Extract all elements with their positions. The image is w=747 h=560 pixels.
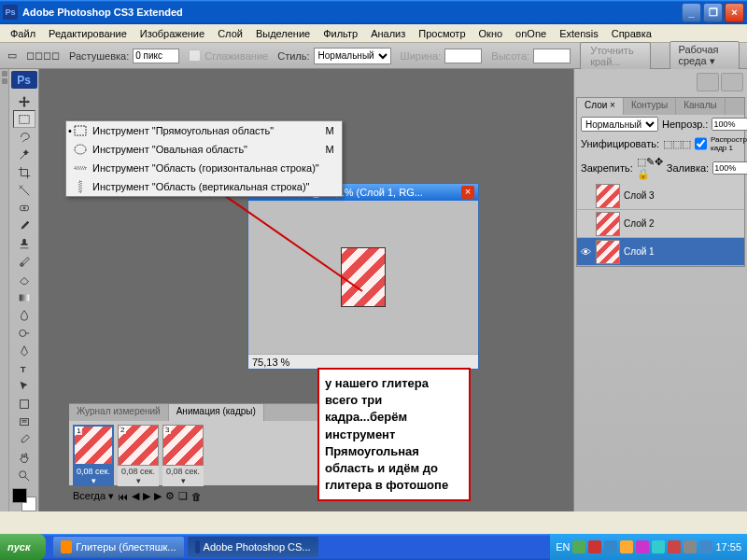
document-canvas[interactable] [248, 201, 478, 354]
menu-window[interactable]: Окно [473, 26, 509, 41]
blur-tool[interactable] [13, 306, 35, 324]
marquee-tool[interactable] [13, 110, 35, 128]
stamp-tool[interactable] [13, 235, 35, 253]
tween-button[interactable]: ⚙ [165, 490, 175, 502]
next-frame-button[interactable]: ▶ [154, 490, 162, 502]
first-frame-button[interactable]: ⏮ [118, 491, 128, 502]
menu-extensis[interactable]: Extensis [554, 26, 604, 41]
workspace-button[interactable]: Рабочая среда ▾ [669, 41, 740, 70]
frame-1[interactable]: 1 0,08 сек. ▾ [73, 425, 114, 486]
lasso-tool[interactable] [13, 128, 35, 146]
layer-name[interactable]: Слой 1 [624, 246, 655, 257]
move-tool[interactable] [13, 92, 35, 110]
loop-select[interactable]: Всегда ▾ [73, 490, 114, 502]
tray-icon[interactable] [604, 540, 617, 553]
history-brush-tool[interactable] [13, 253, 35, 271]
crop-tool[interactable] [13, 163, 35, 181]
path-select-tool[interactable] [13, 378, 35, 396]
tray-icon[interactable] [620, 540, 633, 553]
selection-mode-icons[interactable]: ◻◻◻◻ [26, 49, 60, 62]
tab-animation[interactable]: Анимация (кадры) [169, 404, 264, 421]
opacity-input[interactable] [712, 118, 747, 131]
tray-icon[interactable] [684, 540, 697, 553]
heal-tool[interactable] [13, 200, 35, 217]
tab-layers[interactable]: Слои × [577, 98, 624, 115]
clock[interactable]: 17:55 [715, 541, 741, 553]
tray-icon[interactable] [652, 540, 665, 553]
shape-tool[interactable] [13, 396, 35, 413]
eraser-tool[interactable] [13, 271, 35, 288]
new-frame-button[interactable]: ❏ [178, 490, 188, 502]
menu-image[interactable]: Изображение [134, 26, 210, 41]
propagate-checkbox[interactable] [695, 137, 707, 150]
tab-measurements[interactable]: Журнал измерений [69, 404, 169, 421]
flyout-ellipse-marquee[interactable]: Инструмент "Овальная область" M [66, 140, 342, 159]
eyedropper-tool[interactable] [13, 431, 35, 449]
brush-tool[interactable] [13, 217, 35, 235]
layer-row-2[interactable]: Слой 2 [577, 210, 744, 238]
delete-frame-button[interactable]: 🗑 [191, 491, 202, 502]
menu-view[interactable]: Просмотр [413, 26, 471, 41]
visibility-toggle[interactable]: 👁 [579, 246, 592, 258]
wand-tool[interactable] [13, 146, 35, 163]
flyout-col-marquee[interactable]: Инструмент "Область (вертикальная строка… [66, 177, 342, 196]
zoom-tool[interactable] [13, 467, 35, 484]
slice-tool[interactable] [13, 182, 35, 200]
pen-tool[interactable] [13, 343, 35, 360]
play-button[interactable]: ▶ [143, 490, 150, 502]
menu-filter[interactable]: Фильтр [317, 26, 363, 41]
foreground-color[interactable] [12, 488, 27, 503]
feather-input[interactable] [133, 49, 179, 63]
taskbar-item-browser[interactable]: Глитеры (блестяшк... [53, 537, 184, 557]
start-button[interactable]: пуск [0, 534, 46, 560]
layer-thumbnail[interactable] [596, 184, 620, 208]
gradient-tool[interactable] [13, 288, 35, 306]
layer-thumbnail[interactable] [596, 212, 620, 236]
zoom-level[interactable]: 75,13 % [252, 357, 289, 368]
menu-analysis[interactable]: Анализ [365, 26, 411, 41]
prev-frame-button[interactable]: ◀ [132, 490, 139, 502]
tray-icon[interactable] [636, 540, 649, 553]
maximize-button[interactable]: ❐ [703, 3, 723, 22]
menu-onone[interactable]: onOne [510, 26, 552, 41]
close-button[interactable]: × [725, 3, 744, 22]
type-tool[interactable]: T [13, 360, 35, 378]
frame-delay[interactable]: 0,08 сек. ▾ [118, 466, 159, 486]
tray-icon[interactable] [588, 540, 601, 553]
minimize-button[interactable]: _ [682, 3, 701, 22]
dodge-tool[interactable] [13, 324, 35, 342]
flyout-row-marquee[interactable]: Инструмент "Область (горизонтальная стро… [66, 159, 342, 177]
layer-thumbnail[interactable] [596, 240, 620, 264]
unify-icons[interactable]: ⬚⬚⬚ [663, 138, 691, 150]
language-indicator[interactable]: EN [556, 541, 570, 553]
hand-tool[interactable] [13, 449, 35, 467]
menu-layer[interactable]: Слой [212, 26, 248, 41]
menu-file[interactable]: Файл [5, 26, 41, 41]
notes-tool[interactable] [13, 413, 35, 431]
blend-mode-select[interactable]: Нормальный [581, 117, 658, 132]
flyout-rect-marquee[interactable]: Инструмент "Прямоугольная область" M [66, 121, 342, 140]
frame-2[interactable]: 2 0,08 сек. ▾ [118, 425, 159, 486]
canvas-image[interactable] [341, 247, 386, 307]
frame-delay[interactable]: 0,08 сек. ▾ [162, 466, 204, 486]
layer-row-1[interactable]: 👁 Слой 1 [577, 238, 744, 266]
tab-paths[interactable]: Контуры [624, 98, 676, 115]
menu-help[interactable]: Справка [606, 26, 657, 41]
menu-select[interactable]: Выделение [250, 26, 316, 41]
docked-panel-icons[interactable] [574, 69, 747, 95]
color-swatches[interactable] [12, 488, 36, 511]
tab-channels[interactable]: Каналы [676, 98, 726, 115]
lock-icons[interactable]: ⬚✎✥🔒 [637, 156, 663, 180]
frame-delay[interactable]: 0,08 сек. ▾ [73, 466, 114, 486]
tray-icon[interactable] [699, 540, 712, 553]
frame-3[interactable]: 3 0,08 сек. ▾ [162, 425, 204, 486]
tray-icon[interactable] [668, 540, 681, 553]
document-window[interactable]: Безимени-3 @ 75,1% (Слой 1, RG... × 75,1… [247, 183, 479, 370]
layer-name[interactable]: Слой 3 [624, 190, 655, 201]
document-close-button[interactable]: × [461, 186, 474, 199]
layer-row-3[interactable]: Слой 3 [577, 182, 744, 210]
tray-icon[interactable] [572, 540, 585, 553]
style-select[interactable]: Нормальный [314, 48, 391, 64]
fill-input[interactable] [712, 161, 747, 175]
menu-edit[interactable]: Редактирование [43, 26, 133, 41]
